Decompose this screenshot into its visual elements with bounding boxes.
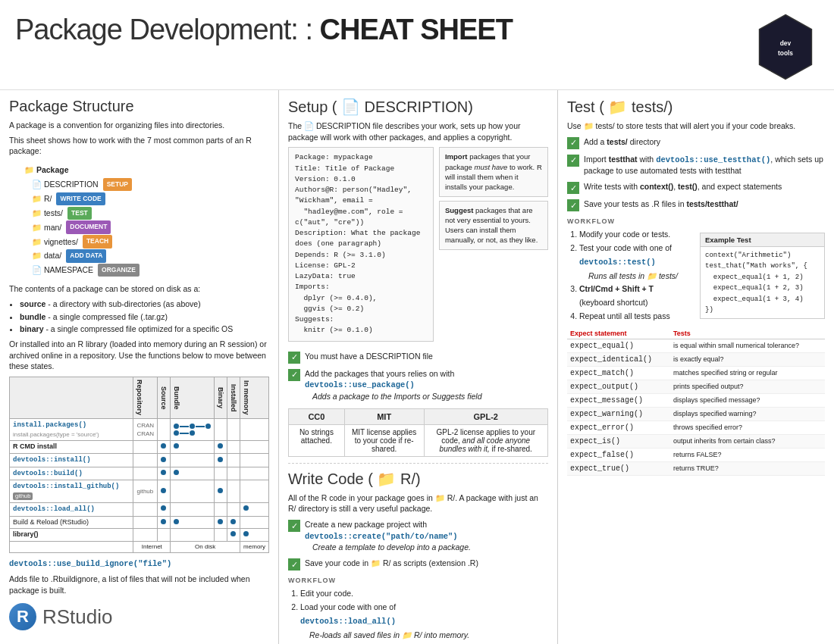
- workflow-label: WORKFLOW: [288, 577, 548, 584]
- checkmark-icon: ✓: [567, 137, 579, 149]
- bullet-source: source - a directory with sub-directorie…: [20, 299, 269, 310]
- rstudio-logo: R RStudio: [9, 603, 269, 630]
- cell-mit: MIT license applies to your code if re-s…: [344, 424, 424, 456]
- cell: [171, 441, 215, 454]
- cell: [158, 467, 171, 480]
- expect-col-tests: Tests: [670, 328, 825, 339]
- desc-sidebar: Import packages that your package must h…: [439, 147, 548, 253]
- cell: [171, 502, 215, 516]
- tree-item-data: 📁 data/ ADD DATA: [32, 249, 269, 263]
- check-save-code: ✓ Save your code in 📁 R/ as scripts (ext…: [288, 558, 548, 571]
- badge-test: TEST: [67, 207, 92, 220]
- cell: [227, 516, 240, 529]
- workflow-steps: Edit your code. Load your code with one …: [288, 587, 548, 644]
- desc-file-box: Package: mypackage Title: Title of Packa…: [288, 147, 434, 341]
- license-mit: MIT: [344, 408, 424, 424]
- cell: [171, 529, 215, 542]
- table-row-footer: Internet On disk memory: [10, 541, 269, 552]
- or-installed-text: Or installed into an R library (loaded i…: [9, 339, 269, 372]
- cell: [215, 529, 227, 542]
- badge-teach: TEACH: [83, 235, 112, 248]
- table-row: expect_error() throws specified error?: [567, 421, 825, 435]
- test-intro: Use 📁 tests/ to store tests that will al…: [567, 120, 825, 132]
- r-icon: R: [9, 603, 36, 630]
- cell: [215, 502, 227, 516]
- col-right: Test ( 📁 tests/) Use 📁 tests/ to store t…: [558, 90, 834, 644]
- tree-item-tests: 📁 tests/ TEST: [32, 206, 269, 220]
- table-row: expect_identical() is exactly equal?: [567, 353, 825, 367]
- cell: [215, 441, 227, 454]
- tests-folder-icon: 📁: [608, 98, 627, 115]
- checkmark-icon: ✓: [288, 520, 300, 532]
- example-test-body: context("Arithmetic") test_that("Math wo…: [701, 247, 824, 318]
- cell: [240, 441, 269, 454]
- check-add-tests-dir: ✓ Add a tests/ directory: [567, 136, 825, 149]
- cell: [171, 419, 215, 441]
- state-diagram: Repository Source Bundle Binary Installe…: [9, 377, 269, 553]
- list-item: Repeat until all tests pass: [579, 310, 692, 324]
- cell-cc0: No strings attached.: [289, 424, 345, 456]
- row-build-reload: Build & Reload (RStudio): [10, 516, 133, 529]
- table-row: Build & Reload (RStudio): [10, 516, 269, 529]
- cell: [227, 480, 240, 502]
- cell: [227, 529, 240, 542]
- cell: [240, 454, 269, 467]
- list-item: Edit your code.: [300, 587, 548, 601]
- r-folder-icon: 📁: [377, 470, 396, 487]
- check-save-tests: ✓ Save your tests as .R files in tests/t…: [567, 199, 825, 211]
- cell-expect-equal-desc: is equal within small numerical toleranc…: [670, 339, 825, 353]
- row-rcmd: R CMD install: [10, 441, 133, 454]
- cell-expect-error-desc: throws specified error?: [670, 421, 825, 435]
- checkmark-icon: ✓: [288, 558, 300, 571]
- use-build-ignore-code: devtools::use_build_ignore("file"): [9, 558, 269, 570]
- cell-expect-false: expect_false(): [567, 449, 670, 462]
- license-gpl2: GPL-2: [424, 408, 547, 424]
- table-row: expect_true() returns TRUE?: [567, 462, 825, 476]
- use-build-ignore-desc: Adds file to .Rbuildignore, a list of fi…: [9, 574, 269, 596]
- desc-note-suggest: Suggest packages that are not very essen…: [439, 201, 548, 250]
- check-use-testthat: ✓ Import testthat with devtools::use_tes…: [567, 154, 825, 177]
- license-table: CC0 MIT GPL-2 No strings attached. MIT l…: [288, 408, 548, 457]
- table-row: expect_is() output inherits from certain…: [567, 435, 825, 449]
- col-memory: In memory: [240, 377, 269, 419]
- badge-organize: ORGANIZE: [98, 264, 140, 277]
- cell: [133, 467, 158, 480]
- desc-area: Package: mypackage Title: Title of Packa…: [288, 147, 548, 345]
- svg-text:dev: dev: [780, 39, 792, 47]
- check-write-tests: ✓ Write tests with context(), test(), an…: [567, 181, 825, 194]
- table-row: R CMD install: [10, 441, 269, 454]
- row-dt-loadall: devtools::load_all(): [10, 502, 133, 516]
- cell: [133, 516, 158, 529]
- license-cc0: CC0: [289, 408, 345, 424]
- cell-expect-true: expect_true(): [567, 462, 670, 476]
- title-bold: CHEAT SHEET: [320, 14, 513, 45]
- table-row: expect_output() prints specified output?: [567, 380, 825, 394]
- cell: [171, 516, 215, 529]
- pkg-intro1: A package is a convention for organizing…: [9, 120, 269, 131]
- setup-intro: The 📄 DESCRIPTION file describes your wo…: [288, 120, 548, 142]
- cell: [215, 516, 227, 529]
- cell-memory: memory: [240, 541, 269, 552]
- tree-item-description: 📄 DESCRIPTION SETUP: [32, 177, 269, 192]
- list-item: Ctrl/Cmd + Shift + T (keyboard shortcut): [579, 283, 692, 310]
- rstudio-text: RStudio: [42, 605, 113, 629]
- example-test-area: Example Test context("Arithmetic") test_…: [700, 228, 825, 324]
- cell: [133, 454, 158, 467]
- cell: [158, 441, 171, 454]
- table-row: expect_message() displays specified mess…: [567, 394, 825, 408]
- check-text-add-tests: Add a tests/ directory: [584, 136, 660, 148]
- expect-col-statement: Expect statement: [567, 328, 670, 339]
- row-install-packages: install.packages()install.packages(type …: [10, 419, 133, 441]
- cell-expect-output: expect_output(): [567, 380, 670, 394]
- cell: [133, 502, 158, 516]
- cell: [158, 529, 171, 542]
- table-row: devtools::install_github() github github: [10, 480, 269, 502]
- desc-note-import: Import packages that your package must h…: [439, 147, 548, 196]
- cell: [227, 454, 240, 467]
- check-text-testthat: Import testthat with devtools::use_testt…: [584, 154, 825, 177]
- devtools-logo: dev tools: [752, 14, 819, 82]
- cell-expect-message-desc: displays specified message?: [670, 394, 825, 408]
- checkmark-icon: ✓: [567, 182, 579, 194]
- cell-expect-message: expect_message(): [567, 394, 670, 408]
- table-row: expect_warning() displays specified warn…: [567, 408, 825, 421]
